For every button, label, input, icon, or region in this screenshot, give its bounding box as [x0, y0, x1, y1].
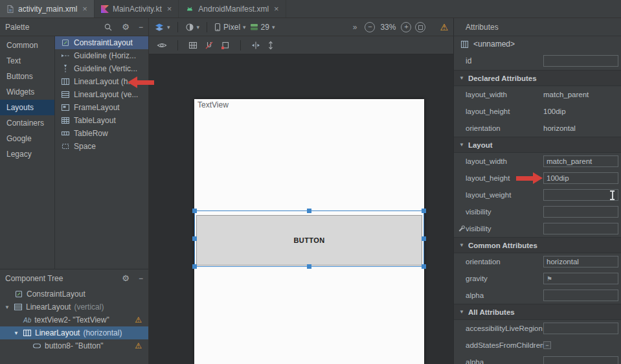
attr-row: accessibilityLiveRegion — [454, 320, 621, 337]
canvas-textview[interactable]: TextView — [198, 100, 229, 109]
resize-handle-top-right[interactable] — [422, 209, 426, 213]
palette-item-guideline-horizontal[interactable]: Guideline (Horiz... — [55, 49, 148, 62]
accessibility-live-region-input[interactable] — [543, 323, 618, 334]
tools-visibility-input[interactable] — [543, 223, 618, 234]
resize-handle-bottom-right[interactable] — [422, 264, 426, 269]
zoom-in-button[interactable]: + — [401, 22, 411, 32]
category-containers[interactable]: Containers — [0, 115, 54, 131]
layout-width-input[interactable]: match_parent — [543, 155, 618, 167]
tree-item-linearlayout-horizontal[interactable]: ▼ LinearLayout(horizontal) — [0, 326, 148, 339]
category-widgets[interactable]: Widgets — [0, 84, 54, 100]
canvas-button-label: BUTTON — [293, 236, 324, 244]
tab-activity-main-xml[interactable]: activity_main.xml × — [0, 0, 95, 17]
resize-handle-top-left[interactable] — [192, 209, 197, 213]
theme-selector[interactable]: ▾ — [185, 23, 200, 32]
attr-value[interactable]: match_parent — [543, 86, 589, 103]
section-expand-icon: ▼ — [459, 142, 464, 148]
minimize-icon[interactable]: − — [139, 23, 143, 32]
section-common-attributes[interactable]: ▼ Common Attributes — [454, 237, 621, 253]
tab-androidmanifest-xml[interactable]: AndroidManifest.xml × — [179, 0, 286, 17]
palette-item-tablelayout[interactable]: TableLayout — [55, 114, 148, 127]
palette-item-constraintlayout[interactable]: ConstraintLayout — [55, 36, 148, 49]
design-surface-selector[interactable]: ▾ — [154, 23, 170, 32]
chevron-down-icon: ▾ — [167, 24, 170, 30]
android-studio-window: activity_main.xml × MainActivity.kt × An… — [0, 0, 621, 364]
tree-expand-icon[interactable]: ▼ — [4, 304, 10, 310]
resize-handle-top-center[interactable] — [307, 209, 311, 213]
attr-row: alpha — [454, 354, 621, 364]
zoom-to-fit-button[interactable] — [415, 22, 425, 32]
palette-header: Palette ⚙ − — [0, 18, 149, 36]
section-expand-icon: ▼ — [459, 242, 464, 248]
divider — [207, 22, 207, 32]
section-layout[interactable]: ▼ Layout — [454, 137, 621, 153]
tree-expand-icon[interactable]: ▼ — [13, 330, 19, 336]
tree-item-button8[interactable]: button8- "Button" ⚠ — [0, 339, 148, 352]
section-all-attributes[interactable]: ▼ All Attributes — [454, 304, 621, 320]
android-file-icon — [185, 5, 194, 13]
alpha-input[interactable] — [543, 356, 618, 364]
layout-weight-input[interactable] — [543, 189, 618, 201]
phone-icon — [214, 23, 221, 32]
selected-linearlayout[interactable]: BUTTON — [194, 210, 424, 267]
add-states-from-children-checkbox[interactable]: − — [543, 341, 551, 349]
resize-handle-middle-right[interactable] — [422, 236, 426, 241]
search-icon[interactable] — [104, 23, 113, 32]
tree-item-constraintlayout[interactable]: ConstraintLayout — [0, 288, 148, 301]
device-artboard[interactable]: TextView BUTTON — [194, 99, 424, 364]
attr-row: orientation horizontal — [454, 120, 621, 137]
constraintlayout-icon — [14, 290, 23, 299]
category-common[interactable]: Common — [0, 38, 54, 53]
close-icon[interactable]: × — [82, 4, 87, 14]
attributes-title: Attributes — [466, 23, 499, 32]
category-text[interactable]: Text — [0, 53, 54, 69]
resize-handle-middle-left[interactable] — [192, 236, 197, 241]
id-input[interactable] — [543, 55, 618, 67]
warning-icon[interactable]: ⚠ — [440, 22, 448, 32]
gear-icon[interactable]: ⚙ — [122, 273, 130, 283]
close-icon[interactable]: × — [167, 4, 172, 14]
canvas-button[interactable]: BUTTON — [196, 215, 422, 266]
resize-handle-bottom-left[interactable] — [192, 264, 197, 269]
orientation-input[interactable]: horizontal — [543, 256, 618, 267]
selected-component-row: <unnamed> — [454, 36, 621, 52]
tree-item-textview2[interactable]: Ab textView2- "TextView" ⚠ — [0, 313, 148, 326]
api-stack-icon — [250, 23, 258, 31]
zoom-out-button[interactable]: − — [365, 22, 375, 32]
view-options-eye-icon[interactable] — [157, 41, 167, 50]
palette-item-framelayout[interactable]: FrameLayout — [55, 101, 148, 114]
palette-item-guideline-vertical[interactable]: Guideline (Vertic... — [55, 62, 148, 75]
blueprint-grid-icon[interactable] — [188, 41, 198, 50]
gravity-input[interactable]: ⚑ — [543, 273, 618, 284]
default-margins-icon[interactable] — [221, 41, 230, 50]
palette-item-tablerow[interactable]: TableRow — [55, 127, 148, 140]
category-legacy[interactable]: Legacy — [0, 146, 54, 162]
design-surface[interactable]: TextView BUTTON — [149, 54, 453, 364]
attr-row: layout_height 100dip — [454, 103, 621, 120]
close-icon[interactable]: × — [274, 4, 279, 14]
attr-value[interactable]: horizontal — [543, 120, 576, 137]
category-layouts[interactable]: Layouts — [0, 100, 54, 115]
tree-item-linearlayout-vertical[interactable]: ▼ LinearLayout(vertical) — [0, 301, 148, 313]
resize-handle-bottom-center[interactable] — [307, 264, 311, 269]
tab-mainactivity-kt[interactable]: MainActivity.kt × — [95, 0, 179, 17]
expand-vertical-icon[interactable] — [267, 41, 274, 50]
palette-item-linearlayout-vertical[interactable]: LinearLayout (ve... — [55, 88, 148, 101]
category-google[interactable]: Google — [0, 131, 54, 146]
palette-item-space[interactable]: Space — [55, 140, 148, 153]
visibility-input[interactable] — [543, 206, 618, 218]
minimize-icon[interactable]: − — [139, 274, 143, 283]
attr-value[interactable]: 100dip — [543, 103, 566, 120]
alpha-input[interactable] — [543, 290, 618, 301]
category-buttons[interactable]: Buttons — [0, 69, 54, 84]
layout-height-input[interactable]: 100dip — [543, 172, 618, 184]
autoconnect-magnet-off-icon[interactable] — [205, 41, 214, 50]
section-declared-attributes[interactable]: ▼ Declared Attributes — [454, 70, 621, 86]
gear-icon[interactable]: ⚙ — [122, 22, 130, 32]
constraintlayout-icon — [60, 38, 70, 47]
api-level-selector[interactable]: 29 ▾ — [250, 23, 275, 32]
device-selector[interactable]: Pixel ▾ — [214, 23, 246, 32]
tablelayout-icon — [60, 116, 70, 125]
toolbar-overflow-icon[interactable]: » — [353, 23, 357, 32]
align-distribute-icon[interactable] — [251, 41, 260, 50]
